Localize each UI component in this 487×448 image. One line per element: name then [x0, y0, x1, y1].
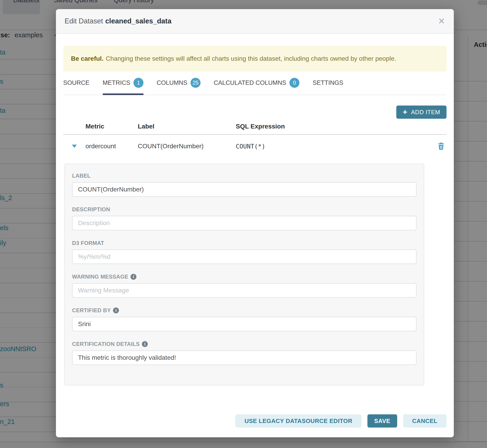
modal-header: Edit Dataset cleaned_sales_data ✕ [56, 9, 454, 34]
collapse-caret-icon[interactable] [72, 145, 77, 148]
modal-title-prefix: Edit Dataset [64, 17, 103, 25]
tab-count-badge: 25 [191, 78, 200, 88]
field-label: D3 FORMAT [72, 240, 416, 246]
delete-metric-button[interactable] [436, 142, 447, 150]
trash-icon [438, 142, 445, 150]
field-label: WARNING MESSAGE i [72, 273, 416, 280]
warning-banner: Be careful. Changing these settings will… [63, 46, 447, 72]
d3-format-input[interactable] [72, 249, 416, 264]
tab-columns[interactable]: COLUMNS 25 [157, 78, 200, 95]
metric-row: ordercount COUNT(OrderNumber) COUNT(*) [63, 135, 447, 158]
form-group-label: LABEL [72, 173, 416, 197]
form-group-certification-details: CERTIFICATION DETAILS i [72, 341, 416, 365]
edit-dataset-modal: Edit Dataset cleaned_sales_data ✕ Be car… [56, 9, 454, 437]
modal-title: Edit Dataset cleaned_sales_data [64, 17, 171, 25]
warning-banner-text: Changing these settings will affect all … [106, 55, 396, 62]
form-group-description: DESCRIPTION [72, 206, 416, 230]
metric-name: ordercount [86, 143, 138, 150]
certification-details-input[interactable] [72, 351, 416, 365]
close-icon[interactable]: ✕ [438, 17, 445, 25]
tab-label: COLUMNS [157, 79, 187, 86]
info-icon[interactable]: i [113, 307, 119, 313]
field-label: CERTIFICATION DETAILS i [72, 341, 416, 347]
form-group-warning-message: WARNING MESSAGE i [72, 273, 416, 298]
tab-calculated-columns[interactable]: CALCULATED COLUMNS 0 [214, 78, 299, 95]
warning-banner-bold: Be careful. [71, 55, 104, 62]
metric-label: COUNT(OrderNumber) [138, 143, 236, 150]
tab-count-badge: 0 [289, 78, 299, 88]
metrics-toolbar: + ADD ITEM [63, 105, 447, 119]
description-input[interactable] [72, 216, 416, 230]
plus-icon: + [403, 108, 407, 116]
tab-label: SOURCE [63, 79, 90, 86]
cancel-button[interactable]: CANCEL [403, 414, 447, 428]
use-legacy-datasource-editor-button[interactable]: USE LEGACY DATASOURCE EDITOR [235, 414, 361, 428]
save-button[interactable]: SAVE [367, 414, 397, 428]
warning-message-input[interactable] [72, 283, 416, 298]
form-group-certified-by: CERTIFIED BY i [72, 307, 416, 331]
column-header-metric: Metric [86, 123, 138, 130]
field-label: DESCRIPTION [72, 206, 416, 213]
modal-title-dataset-name: cleaned_sales_data [105, 17, 171, 25]
info-icon[interactable]: i [142, 341, 148, 347]
tab-count-badge: 1 [134, 78, 144, 88]
add-item-button[interactable]: + ADD ITEM [396, 105, 447, 119]
label-input[interactable] [72, 182, 416, 197]
tab-source[interactable]: SOURCE [63, 78, 90, 95]
form-group-d3-format: D3 FORMAT [72, 240, 416, 264]
tab-settings[interactable]: SETTINGS [313, 78, 343, 95]
modal-tab-bar: SOURCE METRICS 1 COLUMNS 25 CALCULATED C… [63, 78, 447, 95]
tab-label: METRICS [103, 79, 130, 86]
metrics-table-header: Metric Label SQL Expression [63, 123, 447, 135]
metric-sql-expression: COUNT(*) [236, 143, 436, 150]
modal-footer: USE LEGACY DATASOURCE EDITOR SAVE CANCEL [235, 414, 447, 428]
column-header-sql-expression: SQL Expression [236, 123, 436, 130]
datasets-page: Datasets Saved Queries Query History se:… [0, 0, 487, 448]
modal-body: Be careful. Changing these settings will… [56, 46, 454, 385]
metric-detail-panel: LABEL DESCRIPTION D3 FORMAT [64, 163, 424, 385]
info-icon[interactable]: i [130, 274, 136, 280]
field-label: LABEL [72, 173, 416, 179]
tab-metrics[interactable]: METRICS 1 [103, 78, 144, 95]
tab-label: CALCULATED COLUMNS [214, 79, 286, 86]
tab-label: SETTINGS [313, 79, 343, 86]
field-label: CERTIFIED BY i [72, 307, 416, 314]
column-header-label: Label [138, 123, 236, 130]
add-item-label: ADD ITEM [411, 109, 440, 116]
certified-by-input[interactable] [72, 317, 416, 331]
